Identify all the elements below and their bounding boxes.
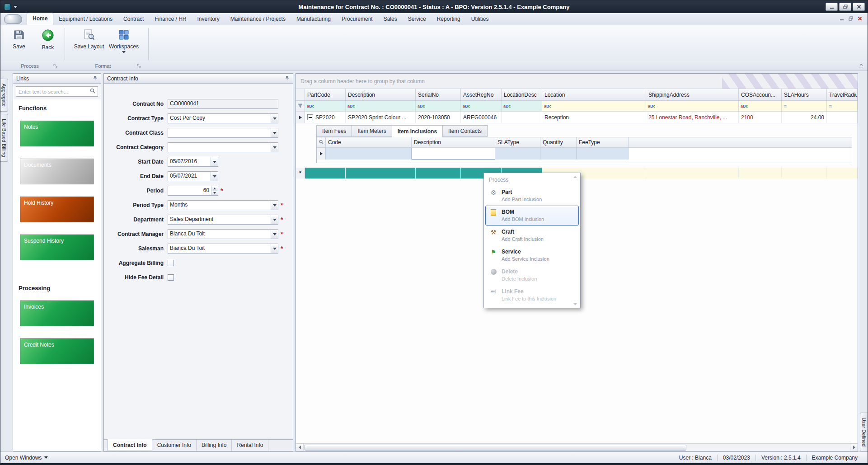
link-button-notes[interactable]: Notes bbox=[20, 121, 94, 146]
append-cell-serialno[interactable] bbox=[416, 168, 461, 178]
chevron-down-icon[interactable] bbox=[271, 128, 278, 137]
context-menu-item-part[interactable]: ⚙ PartAdd Part Inclusion bbox=[485, 186, 579, 206]
contract-manager-combo[interactable]: Bianca Du Toit bbox=[168, 229, 278, 239]
tab-contract-info[interactable]: Contract Info bbox=[108, 439, 152, 451]
format-group-launcher-icon[interactable] bbox=[137, 63, 141, 69]
close-button[interactable] bbox=[853, 3, 865, 11]
collapse-ribbon-button[interactable] bbox=[859, 63, 864, 69]
cell-partcode[interactable]: SP2020 bbox=[305, 112, 346, 123]
ribbon-tab-procurement[interactable]: Procurement bbox=[336, 14, 378, 25]
ribbon-tab-service[interactable]: Service bbox=[403, 14, 432, 25]
tab-billing-info[interactable]: Billing Info bbox=[197, 440, 232, 451]
column-header-serialno[interactable]: SerialNo bbox=[416, 89, 461, 100]
detail-tab-item-meters[interactable]: Item Meters bbox=[352, 125, 391, 137]
chevron-down-icon[interactable] bbox=[271, 230, 278, 239]
context-menu-item-service[interactable]: ⚑ ServiceAdd Service Inclusion bbox=[485, 245, 579, 265]
save-layout-button[interactable]: Save Layout bbox=[73, 27, 105, 61]
detail-cell-feetype[interactable] bbox=[577, 148, 629, 160]
detail-column-description[interactable]: Description bbox=[412, 137, 495, 147]
contract-pin-icon[interactable] bbox=[285, 75, 290, 82]
side-tab-aggregate[interactable]: Aggregate bbox=[0, 79, 8, 112]
chevron-down-icon[interactable] bbox=[211, 157, 218, 166]
start-date-picker[interactable]: 05/07/2016 bbox=[168, 157, 218, 167]
contract-no-input[interactable]: CO0000041 bbox=[168, 99, 278, 109]
detail-search-icon[interactable] bbox=[319, 139, 324, 146]
contract-category-combo[interactable] bbox=[168, 142, 278, 152]
chevron-down-icon[interactable] bbox=[271, 201, 278, 210]
side-tab-life-based-billing[interactable]: Life Based Billing bbox=[0, 114, 8, 162]
filter-cell-slahours[interactable]: = bbox=[782, 101, 827, 111]
append-cell-description[interactable] bbox=[346, 168, 416, 178]
ribbon-tab-reporting[interactable]: Reporting bbox=[432, 14, 466, 25]
quick-access-dropdown-icon[interactable] bbox=[14, 6, 17, 8]
filter-cell-description[interactable]: aBc bbox=[346, 101, 416, 111]
mdi-restore-button[interactable] bbox=[849, 16, 853, 22]
chevron-down-icon[interactable] bbox=[271, 244, 278, 253]
ribbon-tab-equipment-locations[interactable]: Equipment / Locations bbox=[53, 14, 118, 25]
detail-column-feetype[interactable]: FeeType bbox=[577, 137, 629, 147]
column-header-partcode[interactable]: PartCode bbox=[305, 89, 346, 100]
end-date-picker[interactable]: 05/07/2021 bbox=[168, 171, 218, 181]
ribbon-tab-manufacturing[interactable]: Manufacturing bbox=[291, 14, 336, 25]
link-button-invoices[interactable]: Invoices bbox=[20, 301, 94, 326]
column-header-locationdesc[interactable]: LocationDesc bbox=[502, 89, 542, 100]
workspaces-button[interactable]: Workspaces bbox=[107, 27, 141, 61]
cell-slahours[interactable]: 24.00 bbox=[782, 112, 827, 123]
column-header-shippingaddress[interactable]: ShippingAddress bbox=[646, 89, 739, 100]
detail-tab-item-contacts[interactable]: Item Contacts bbox=[442, 125, 488, 137]
detail-cell-description-editor[interactable] bbox=[412, 148, 495, 160]
minimize-button[interactable] bbox=[826, 3, 838, 11]
detail-column-quantity[interactable]: Quantity bbox=[540, 137, 577, 147]
ribbon-tab-home[interactable]: Home bbox=[27, 13, 53, 25]
horizontal-scrollbar[interactable] bbox=[296, 443, 858, 451]
maximize-button[interactable] bbox=[839, 3, 851, 11]
filter-cell-partcode[interactable]: aBc bbox=[305, 101, 346, 111]
cell-shippingaddress[interactable]: 25 Lonestar Road, Ranchville, ... bbox=[646, 112, 739, 123]
link-button-documents[interactable]: Documents bbox=[20, 159, 94, 184]
app-icon[interactable] bbox=[4, 4, 11, 10]
detail-tab-item-fees[interactable]: Item Fees bbox=[316, 125, 352, 137]
cell-serialno[interactable]: 2020-103050 bbox=[416, 112, 461, 123]
column-header-cosaccount[interactable]: COSAccoun... bbox=[739, 89, 782, 100]
contract-class-combo[interactable] bbox=[168, 128, 278, 138]
chevron-down-icon[interactable] bbox=[271, 215, 278, 224]
back-button[interactable]: Back bbox=[34, 27, 61, 61]
salesman-combo[interactable]: Bianca Du Toit bbox=[168, 244, 278, 254]
ribbon-tab-contract[interactable]: Contract bbox=[118, 14, 149, 25]
cell-location[interactable]: Reception bbox=[542, 112, 646, 123]
column-header-slahours[interactable]: SLAHours bbox=[782, 89, 827, 100]
collapse-row-icon[interactable] bbox=[307, 114, 313, 120]
append-cell-partcode[interactable] bbox=[305, 168, 346, 178]
link-button-hold-history[interactable]: Hold History bbox=[20, 197, 94, 222]
links-search-input[interactable] bbox=[19, 89, 90, 94]
tab-rental-info[interactable]: Rental Info bbox=[232, 440, 268, 451]
detail-tab-item-inclusions[interactable]: Item Inclusions bbox=[392, 125, 442, 137]
tab-customer-info[interactable]: Customer Info bbox=[152, 440, 197, 451]
link-button-suspend-history[interactable]: Suspend History bbox=[20, 235, 94, 260]
detail-cell-code[interactable] bbox=[326, 148, 412, 160]
link-button-credit-notes[interactable]: Credit Notes bbox=[20, 338, 94, 364]
filter-cell-shippingaddress[interactable]: aBc bbox=[646, 101, 739, 111]
aggregate-billing-checkbox[interactable] bbox=[168, 260, 174, 266]
mdi-minimize-button[interactable] bbox=[840, 16, 844, 22]
ribbon-tab-sales[interactable]: Sales bbox=[378, 14, 403, 25]
detail-column-slatype[interactable]: SLAType bbox=[495, 137, 540, 147]
contract-type-combo[interactable]: Cost Per Copy bbox=[168, 113, 278, 123]
append-cell-slahours[interactable] bbox=[782, 168, 827, 178]
cell-description[interactable]: SP2020 Sprint Colour ... bbox=[346, 112, 416, 123]
append-cell-travelradius[interactable] bbox=[827, 168, 858, 178]
chevron-down-icon[interactable] bbox=[211, 172, 218, 181]
department-combo[interactable]: Sales Department bbox=[168, 215, 278, 225]
scroll-right-icon[interactable] bbox=[850, 444, 858, 451]
filter-cell-serialno[interactable]: aBc bbox=[416, 101, 461, 111]
application-button[interactable] bbox=[4, 14, 22, 24]
mdi-close-button[interactable] bbox=[858, 16, 862, 22]
open-windows-button[interactable]: Open Windows bbox=[5, 455, 48, 461]
chevron-down-icon[interactable] bbox=[271, 114, 278, 123]
links-pin-icon[interactable] bbox=[93, 75, 98, 82]
context-menu-item-craft[interactable]: ⚒ CraftAdd Craft Inclusion bbox=[485, 225, 579, 245]
period-spinner[interactable]: 60 bbox=[168, 186, 218, 196]
scrollbar-thumb[interactable] bbox=[305, 445, 686, 451]
ribbon-tab-inventory[interactable]: Inventory bbox=[192, 14, 225, 25]
period-type-combo[interactable]: Months bbox=[168, 200, 278, 210]
